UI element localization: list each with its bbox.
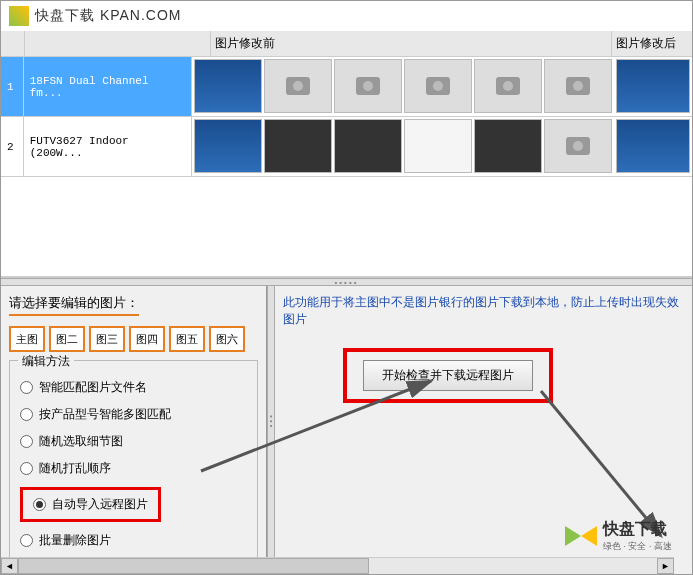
horizontal-scrollbar[interactable]: ◄ ►	[1, 557, 674, 574]
img-tab-6[interactable]: 图六	[209, 326, 245, 352]
watermark-logo: 快盘下载 绿色 · 安全 · 高速	[563, 518, 672, 554]
radio-random-detail[interactable]: 随机选取细节图	[20, 433, 247, 450]
vertical-splitter[interactable]: •••	[267, 286, 275, 558]
thumbs-after	[614, 117, 692, 176]
thumbs-after	[614, 57, 692, 116]
scroll-thumb[interactable]	[18, 558, 369, 574]
thumb-icon[interactable]	[616, 119, 690, 173]
thumb-placeholder-icon[interactable]	[474, 59, 542, 113]
radio-icon	[20, 408, 33, 421]
grid-blank-area	[1, 177, 692, 277]
radio-checked-icon	[33, 498, 46, 511]
scroll-left-icon[interactable]: ◄	[1, 558, 18, 574]
main-window: 快盘下载 KPAN.COM 图片修改前 图片修改后 1 18FSN Dual C…	[0, 0, 693, 575]
left-panel: 请选择要编辑的图片： 主图 图二 图三 图四 图五 图六 编辑方法 智能匹配图片…	[1, 286, 267, 558]
table-row[interactable]: 1 18FSN Dual Channel fm...	[1, 57, 692, 117]
info-text: 此功能用于将主图中不是图片银行的图片下载到本地，防止上传时出现失效图片	[283, 294, 684, 328]
thumbs-before	[192, 117, 614, 176]
thumb-placeholder-icon[interactable]	[264, 59, 332, 113]
highlight-annotation: 开始检查并下载远程图片	[343, 348, 553, 403]
radio-auto-import-remote[interactable]: 自动导入远程图片	[33, 496, 148, 513]
titlebar-text: 快盘下载 KPAN.COM	[35, 7, 182, 25]
thumb-icon[interactable]	[616, 59, 690, 113]
start-download-button[interactable]: 开始检查并下载远程图片	[363, 360, 533, 391]
thumb-placeholder-icon[interactable]	[544, 59, 612, 113]
radio-shuffle[interactable]: 随机打乱顺序	[20, 460, 247, 477]
thumb-placeholder-icon[interactable]	[544, 119, 612, 173]
radio-icon	[20, 462, 33, 475]
app-logo-icon	[9, 6, 29, 26]
radio-model-match[interactable]: 按产品型号智能多图匹配	[20, 406, 247, 423]
row-index: 2	[1, 117, 24, 176]
col-after-header: 图片修改后	[612, 31, 692, 56]
fieldset-legend: 编辑方法	[18, 353, 74, 370]
thumb-placeholder-icon[interactable]	[404, 59, 472, 113]
table-row[interactable]: 2 FUTV3627 Indoor (200W...	[1, 117, 692, 177]
col-before-header: 图片修改前	[211, 31, 612, 56]
img-tab-5[interactable]: 图五	[169, 326, 205, 352]
thumb-icon[interactable]	[194, 59, 262, 113]
img-tab-3[interactable]: 图三	[89, 326, 125, 352]
horizontal-splitter[interactable]: •••••	[1, 278, 692, 286]
row-name: FUTV3627 Indoor (200W...	[24, 117, 192, 176]
radio-icon	[20, 381, 33, 394]
radio-batch-delete[interactable]: 批量删除图片	[20, 532, 247, 549]
edit-method-fieldset: 编辑方法 智能匹配图片文件名 按产品型号智能多图匹配 随机选取细节图 随机打乱顺…	[9, 360, 258, 570]
row-name: 18FSN Dual Channel fm...	[24, 57, 192, 116]
watermark-icon	[563, 518, 599, 554]
img-tab-4[interactable]: 图四	[129, 326, 165, 352]
row-index: 1	[1, 57, 24, 116]
img-tab-2[interactable]: 图二	[49, 326, 85, 352]
thumb-icon[interactable]	[474, 119, 542, 173]
col-index-header	[1, 31, 25, 56]
thumb-icon[interactable]	[334, 119, 402, 173]
radio-icon	[20, 435, 33, 448]
thumb-icon[interactable]	[264, 119, 332, 173]
select-image-label: 请选择要编辑的图片：	[9, 294, 139, 316]
radio-icon	[20, 534, 33, 547]
image-tab-row: 主图 图二 图三 图四 图五 图六	[9, 326, 258, 352]
thumb-icon[interactable]	[194, 119, 262, 173]
scroll-right-icon[interactable]: ►	[657, 558, 674, 574]
thumb-placeholder-icon[interactable]	[334, 59, 402, 113]
image-grid-section: 图片修改前 图片修改后 1 18FSN Dual Channel fm... 2…	[1, 31, 692, 278]
radio-smart-filename[interactable]: 智能匹配图片文件名	[20, 379, 247, 396]
watermark-text: 快盘下载 绿色 · 安全 · 高速	[603, 519, 672, 553]
grid-header: 图片修改前 图片修改后	[1, 31, 692, 57]
col-name-header	[25, 31, 211, 56]
scroll-track[interactable]	[18, 558, 657, 574]
titlebar: 快盘下载 KPAN.COM	[1, 1, 692, 31]
thumbs-before	[192, 57, 614, 116]
thumb-icon[interactable]	[404, 119, 472, 173]
highlight-annotation: 自动导入远程图片	[20, 487, 161, 522]
img-tab-main[interactable]: 主图	[9, 326, 45, 352]
